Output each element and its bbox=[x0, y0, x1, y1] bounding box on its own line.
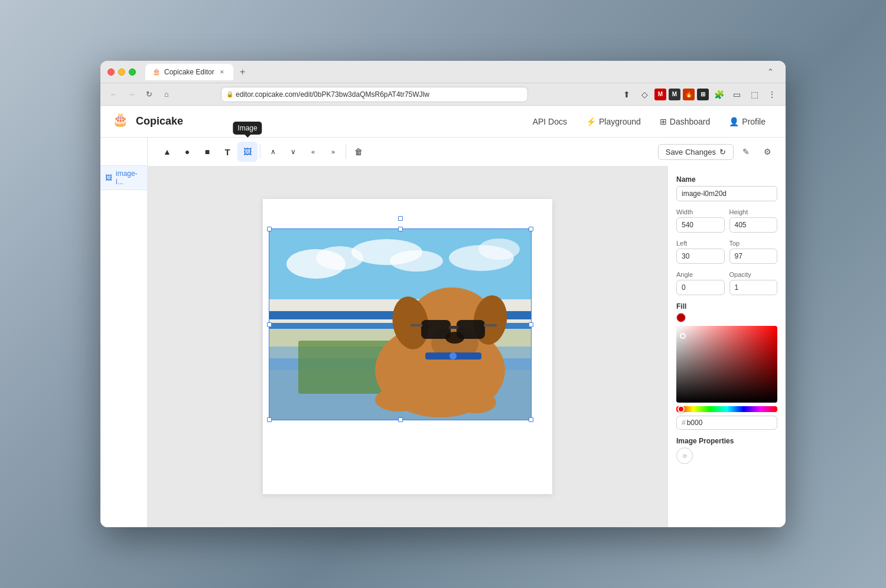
layers-panel: 🖼 image-l... bbox=[100, 166, 148, 527]
delete-button[interactable]: 🗑 bbox=[348, 142, 369, 162]
toolbar-right: Save Changes ↻ ✎ ⚙ bbox=[658, 143, 776, 161]
layer-name: image-l... bbox=[116, 169, 142, 186]
image-tool-icon: 🖼 bbox=[243, 147, 252, 156]
image-properties-label: Image Properties bbox=[676, 437, 777, 445]
width-label: Width bbox=[676, 208, 725, 215]
tool-separator-1 bbox=[260, 145, 260, 159]
name-field-group: Name bbox=[676, 175, 777, 201]
dashboard-link[interactable]: ⊞ Dashboard bbox=[652, 113, 719, 130]
tab-close-button[interactable]: ✕ bbox=[218, 68, 226, 76]
right-panel: Name Width Height bbox=[667, 166, 786, 527]
move-to-bottom-button[interactable]: » bbox=[323, 142, 343, 162]
fill-color-preview[interactable] bbox=[676, 313, 686, 322]
header-nav: API Docs ⚡ Playground ⊞ Dashboard 👤 Prof… bbox=[525, 113, 774, 130]
angle-field: Angle bbox=[676, 271, 725, 295]
move-down-button[interactable]: ∨ bbox=[283, 142, 303, 162]
profile-icon: 👤 bbox=[729, 117, 739, 126]
bookmark-button[interactable]: ◇ bbox=[637, 87, 652, 102]
top-input[interactable] bbox=[729, 249, 778, 264]
maximize-button[interactable] bbox=[129, 68, 136, 76]
extension-dark-icon[interactable]: M bbox=[669, 89, 680, 100]
hex-input[interactable] bbox=[687, 419, 772, 427]
triangle-tool[interactable]: ▲ bbox=[157, 142, 177, 162]
height-field: Height bbox=[729, 208, 778, 233]
image-props-icon: ○ bbox=[682, 452, 686, 460]
opacity-input[interactable] bbox=[729, 280, 778, 295]
text-tool[interactable]: T bbox=[217, 142, 237, 162]
logo-icon: 🎂 bbox=[112, 112, 131, 131]
edit-icon-button[interactable]: ✎ bbox=[737, 143, 755, 161]
extension-grid-icon[interactable]: ⊞ bbox=[697, 89, 709, 100]
screenshot-icon[interactable]: ⬚ bbox=[747, 87, 762, 102]
name-label: Name bbox=[676, 175, 777, 184]
circle-tool[interactable]: ● bbox=[177, 142, 197, 162]
settings-icon-button[interactable]: ⚙ bbox=[758, 143, 776, 161]
color-spectrum-bar[interactable] bbox=[676, 406, 777, 412]
move-up-button[interactable]: ∧ bbox=[263, 142, 283, 162]
name-input[interactable] bbox=[676, 186, 777, 201]
width-input[interactable] bbox=[676, 217, 725, 233]
playground-link[interactable]: ⚡ Playground bbox=[578, 113, 649, 130]
extension-flame-icon[interactable]: 🔥 bbox=[683, 89, 695, 100]
minimize-button[interactable] bbox=[118, 68, 125, 76]
menu-button[interactable]: ⋮ bbox=[764, 87, 780, 102]
tab-area: 🎂 Copicake Editor ✕ + bbox=[145, 64, 757, 80]
refresh-button[interactable]: ↻ bbox=[142, 87, 156, 102]
left-input[interactable] bbox=[676, 249, 725, 264]
puzzle-icon[interactable]: 🧩 bbox=[711, 87, 727, 102]
left-field: Left bbox=[676, 240, 725, 264]
profile-link[interactable]: 👤 Profile bbox=[721, 113, 774, 130]
main-area: 🖼 image-l... bbox=[100, 166, 786, 527]
top-label: Top bbox=[729, 240, 778, 247]
image-properties-button[interactable]: ○ bbox=[676, 447, 693, 464]
svg-point-4 bbox=[390, 250, 443, 272]
image-properties-group: Image Properties ○ bbox=[676, 437, 777, 464]
layer-item[interactable]: 🖼 image-l... bbox=[100, 166, 147, 190]
canvas-area[interactable] bbox=[148, 166, 667, 527]
address-input[interactable]: 🔒 editor.copicake.com/edit/0bPK73bw3daQM… bbox=[221, 87, 528, 102]
color-gradient-picker[interactable] bbox=[676, 326, 777, 403]
hex-input-wrapper[interactable]: # bbox=[676, 416, 777, 430]
forward-button[interactable]: → bbox=[124, 87, 138, 102]
toolbar: ▲ ● ■ T 🖼 Image ∧ ∨ « » 🗑 bbox=[148, 138, 786, 166]
browser-icons-right: ⬆ ◇ M M 🔥 ⊞ 🧩 ▭ ⬚ ⋮ bbox=[619, 87, 780, 102]
hex-hash: # bbox=[682, 419, 686, 427]
dimensions-row: Width Height bbox=[676, 208, 777, 233]
sidebar-toggle-icon[interactable]: ▭ bbox=[729, 87, 744, 102]
image-element[interactable] bbox=[269, 228, 532, 420]
layer-icon: 🖼 bbox=[105, 174, 112, 182]
image-tool-container: ▲ ● ■ T 🖼 Image bbox=[157, 142, 258, 162]
canvas-page bbox=[263, 199, 552, 494]
square-tool[interactable]: ■ bbox=[197, 142, 217, 162]
left-label: Left bbox=[676, 240, 725, 247]
api-docs-link[interactable]: API Docs bbox=[525, 113, 575, 130]
active-tab[interactable]: 🎂 Copicake Editor ✕ bbox=[145, 64, 233, 80]
new-tab-button[interactable]: + bbox=[236, 65, 250, 79]
spectrum-thumb bbox=[677, 406, 685, 413]
window-collapse-button[interactable]: ⌃ bbox=[762, 64, 778, 80]
traffic-lights bbox=[108, 68, 136, 76]
position-row: Left Top bbox=[676, 240, 777, 264]
top-field: Top bbox=[729, 240, 778, 264]
extension-red-icon[interactable]: M bbox=[654, 89, 666, 100]
svg-rect-23 bbox=[411, 324, 422, 326]
angle-input[interactable] bbox=[676, 280, 725, 295]
refresh-icon: ↻ bbox=[719, 148, 726, 156]
rotate-handle[interactable] bbox=[398, 216, 403, 221]
home-button[interactable]: ⌂ bbox=[159, 87, 174, 102]
app-header: 🎂 Copicake API Docs ⚡ Playground ⊞ Dashb… bbox=[100, 106, 786, 138]
image-tool[interactable]: 🖼 Image bbox=[237, 142, 258, 162]
height-input[interactable] bbox=[729, 217, 778, 233]
layers-panel-header bbox=[100, 138, 148, 165]
playground-icon: ⚡ bbox=[586, 117, 596, 126]
address-bar: ← → ↻ ⌂ 🔒 editor.copicake.com/edit/0bPK7… bbox=[100, 83, 786, 106]
fill-label: Fill bbox=[676, 302, 777, 311]
share-button[interactable]: ⬆ bbox=[619, 87, 634, 102]
svg-rect-21 bbox=[457, 320, 485, 339]
save-changes-button[interactable]: Save Changes ↻ bbox=[658, 144, 734, 160]
move-to-top-button[interactable]: « bbox=[303, 142, 323, 162]
close-button[interactable] bbox=[108, 68, 115, 76]
angle-opacity-row: Angle Opacity bbox=[676, 271, 777, 295]
tool-separator-2 bbox=[346, 145, 346, 159]
back-button[interactable]: ← bbox=[106, 87, 120, 102]
